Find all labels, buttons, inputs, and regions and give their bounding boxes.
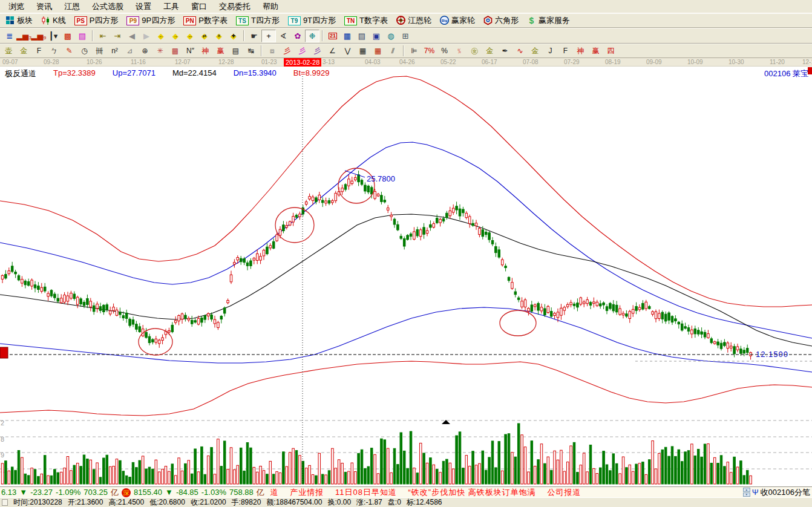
- first-bar-icon[interactable]: ⇤: [96, 30, 110, 42]
- gold-lines-tool-icon[interactable]: 金: [482, 45, 497, 57]
- grid-box2-tool-icon[interactable]: ▦: [370, 45, 385, 57]
- pct7-tool-icon[interactable]: 7%: [422, 45, 437, 57]
- toolbar-hexagon-button[interactable]: 六角形: [479, 14, 523, 27]
- f-angle-tool-icon[interactable]: F: [558, 45, 573, 57]
- gold-circle-tool-icon[interactable]: ㊎: [467, 45, 482, 57]
- save-icon[interactable]: ▣: [369, 30, 384, 42]
- fan-purple-tool-icon[interactable]: 彡: [310, 45, 325, 57]
- spin-up-icon[interactable]: ▴: [743, 488, 750, 492]
- menu-help[interactable]: 帮助: [257, 0, 284, 13]
- p-digit-table-label: P数字表: [198, 15, 228, 26]
- toolbar-gann-wheel-button[interactable]: 江恩轮: [392, 14, 436, 27]
- grid-ruler-tool-icon[interactable]: ▤: [228, 45, 243, 57]
- grid-box-tool-icon[interactable]: ▦: [355, 45, 370, 57]
- toolbar-9t-square-button[interactable]: T99T四方形: [284, 14, 340, 27]
- toolbar-p-square-button[interactable]: PSP四方形: [70, 14, 123, 27]
- toolbar-t-square-button[interactable]: TST四方形: [232, 14, 284, 27]
- date-axis[interactable]: 09-0709-2810-2611-1612-0712-2801-233-130…: [0, 58, 812, 67]
- next-bar-icon[interactable]: ▶: [139, 30, 154, 42]
- span-arrows-tool-icon[interactable]: ↹: [243, 45, 258, 57]
- map-red-icon[interactable]: ▩: [61, 30, 75, 42]
- mirror-tool-icon[interactable]: ⊿: [122, 45, 137, 57]
- menu-browse[interactable]: 浏览: [2, 0, 30, 13]
- chart3-icon[interactable]: ▂▅₃: [17, 30, 31, 42]
- gann-shape-tool-icon[interactable]: ✿: [290, 30, 305, 42]
- measure-tool-icon[interactable]: ∢: [276, 30, 290, 42]
- gauge-bars-tool-icon[interactable]: ⊫: [407, 45, 422, 57]
- last-bar-icon[interactable]: ⇥: [110, 30, 125, 42]
- time-circle-tool-icon[interactable]: ◷: [77, 45, 92, 57]
- wave-red-tool-icon[interactable]: ∿: [512, 45, 528, 57]
- mirror-tool-icon-glyph: ⊿: [126, 47, 133, 54]
- candle-style-icon[interactable]: ┃▾: [46, 30, 61, 42]
- target-tool-icon[interactable]: ⊕: [137, 45, 152, 57]
- spin-down-icon[interactable]: ▾: [743, 492, 750, 497]
- comb-ruler-tool-icon[interactable]: 卌: [92, 45, 107, 57]
- star-web-tool-icon[interactable]: ✳: [152, 45, 168, 57]
- menu-settings[interactable]: 设置: [129, 0, 157, 13]
- ticker-spinner[interactable]: ▴ ▾: [743, 488, 750, 497]
- pen-bars-tool-icon[interactable]: ✒: [497, 45, 512, 57]
- angle-lines-tool-icon[interactable]: ∠: [325, 45, 340, 57]
- toolbar-sectors-button[interactable]: 板块: [1, 14, 37, 27]
- toolbar-kline-button[interactable]: K线: [37, 14, 70, 27]
- stock-label[interactable]: 002106 莱宝: [764, 68, 808, 79]
- toolbar-winner-service-button[interactable]: $赢家服务: [523, 14, 574, 27]
- zoom-right-icon[interactable]: ◆→: [168, 30, 183, 42]
- menu-window[interactable]: 窗口: [185, 0, 213, 13]
- box-select-tool-icon[interactable]: ⧈: [264, 45, 280, 57]
- fan-red-tool-icon[interactable]: 彡: [280, 45, 295, 57]
- crosshair-tool-icon[interactable]: +: [261, 30, 276, 42]
- zoom-swap-icon[interactable]: ◆⇄: [197, 30, 212, 42]
- doc-list-icon[interactable]: ≣: [2, 30, 17, 42]
- price-volume-chart[interactable]: 2894: [0, 67, 812, 486]
- chart-area[interactable]: 2894 极反通道 Tp=32.3389Up=27.7071Md=22.4154…: [0, 67, 812, 486]
- zoom-plus-icon[interactable]: ◆✚: [226, 30, 241, 42]
- pen-knife-tool-icon[interactable]: ✎: [62, 45, 77, 57]
- gold-gate-tool-icon[interactable]: 壶: [1, 45, 16, 57]
- toolbar-t-digit-table-button[interactable]: TNT数字表: [340, 14, 392, 27]
- ying-tool-icon[interactable]: 赢: [213, 45, 228, 57]
- wave-v-tool-icon[interactable]: ⋁: [340, 45, 355, 57]
- histogram-icon[interactable]: ▤: [75, 30, 90, 42]
- kmark-tool-icon[interactable]: N″: [183, 45, 198, 57]
- menu-gann[interactable]: 江恩: [58, 0, 86, 13]
- chart9-icon[interactable]: ▂▅₉: [31, 30, 46, 42]
- calendar-icon[interactable]: 21: [326, 30, 340, 42]
- parallel-tool-icon[interactable]: ⫽: [385, 45, 401, 57]
- f-ruler-tool-icon[interactable]: F: [31, 45, 47, 57]
- menu-tools[interactable]: 工具: [157, 0, 185, 13]
- hand-tool-icon[interactable]: ☛: [247, 30, 261, 42]
- toolbar-p-digit-table-button[interactable]: PNP数字表: [179, 14, 232, 27]
- shen-tool-icon[interactable]: 神: [198, 45, 213, 57]
- shen-angle-tool-icon[interactable]: 神: [573, 45, 588, 57]
- square-web-tool-icon[interactable]: ▩: [168, 45, 183, 57]
- menu-news[interactable]: 资讯: [30, 0, 58, 13]
- ying-angle-tool-icon[interactable]: 赢: [588, 45, 603, 57]
- web-icon[interactable]: ◍: [384, 30, 398, 42]
- news-ticker[interactable]: 道 产业情报 11日08日早知道 “铁改”步伐加快 高铁板块订单饱满 公司报道: [270, 487, 581, 498]
- calculator-icon[interactable]: ▦: [340, 30, 355, 42]
- toolbar-winner-wheel-button[interactable]: Big赢家轮: [436, 14, 479, 27]
- pct-tool-icon[interactable]: %: [437, 45, 452, 57]
- prev-bar-icon[interactable]: ◀: [125, 30, 139, 42]
- toolbar-9p-square-button[interactable]: P99P四方形: [122, 14, 179, 27]
- hook-tool-icon[interactable]: ㄅ: [47, 45, 62, 57]
- zoom-left-icon[interactable]: ◆←: [154, 30, 168, 42]
- si-angle-tool-icon[interactable]: 四: [603, 45, 618, 57]
- zoom-h-icon[interactable]: ◆↔: [183, 30, 197, 42]
- pct-line-tool-icon[interactable]: ﹪: [452, 45, 467, 57]
- gold-angle-tool-icon[interactable]: 金: [528, 45, 543, 57]
- notes-icon[interactable]: ▤: [355, 30, 369, 42]
- menu-formula-picker[interactable]: 公式选股: [86, 0, 129, 13]
- gold-tool-icon[interactable]: 金: [16, 45, 31, 57]
- fan-magenta-tool-icon[interactable]: 彡: [295, 45, 310, 57]
- tick-mode-label[interactable]: 收002106分笔: [761, 487, 810, 498]
- print-icon[interactable]: ⊞: [398, 30, 413, 42]
- wave-tool-icon[interactable]: ❉: [305, 30, 319, 42]
- menu-trade[interactable]: 交易委托: [213, 0, 257, 13]
- j-angle-tool-icon[interactable]: J: [543, 45, 558, 57]
- zoom-star-icon[interactable]: ◆✳: [212, 30, 226, 42]
- n2-tool-icon[interactable]: n²: [107, 45, 122, 57]
- gann-wheel-label: 江恩轮: [408, 15, 431, 26]
